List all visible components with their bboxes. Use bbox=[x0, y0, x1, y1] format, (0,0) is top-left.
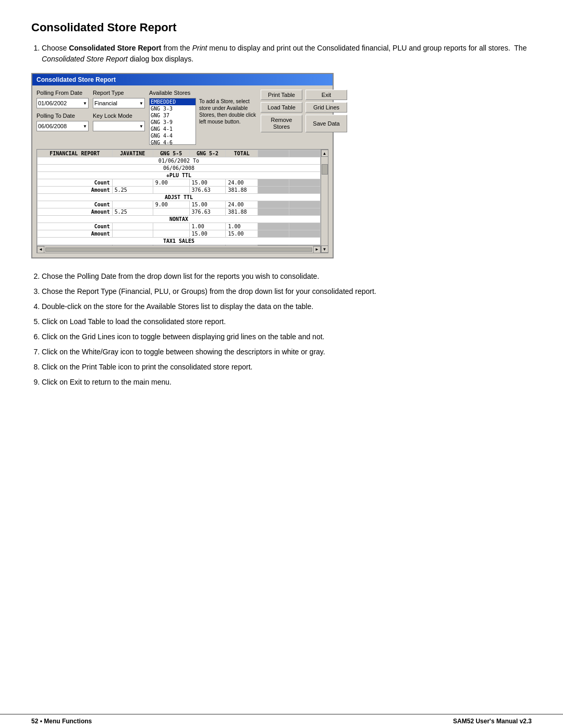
action-buttons: Print Table Exit Load Table Grid Lines R… bbox=[261, 90, 347, 132]
dialog-title: Consolidated Store Report bbox=[36, 76, 116, 83]
scrollbar-up-arrow-icon[interactable]: ▲ bbox=[321, 150, 328, 157]
col-header-report: FINANCIAL REPORT bbox=[38, 150, 113, 157]
table-row: Amount 5.25 376.63 381.88 bbox=[38, 208, 321, 216]
store-item-gng37[interactable]: GNG 37 bbox=[150, 112, 195, 119]
polling-to-value: 06/06/2008 bbox=[38, 123, 67, 129]
page-footer: 52 • Menu Functions SAM52 User's Manual … bbox=[0, 714, 563, 728]
key-lock-section: Key Lock Mode ▼ bbox=[93, 113, 145, 131]
store-item-gng46[interactable]: GNG 4-6 bbox=[150, 139, 195, 145]
table-row: Amount 5.25 376.63 381.88 bbox=[38, 187, 321, 194]
store-item-gng33[interactable]: GNG 3-3 bbox=[150, 105, 195, 112]
table-row: TAX1 SALES bbox=[38, 238, 321, 245]
dialog-titlebar: Consolidated Store Report bbox=[32, 74, 333, 85]
key-lock-dropdown[interactable]: ▼ bbox=[93, 121, 145, 131]
grid-lines-button[interactable]: Grid Lines bbox=[305, 102, 347, 113]
table-row: Count 1.00 1.00 bbox=[38, 223, 321, 230]
intro-bold: Consolidated Store Report bbox=[69, 44, 161, 52]
report-type-label: Report Type bbox=[93, 90, 145, 96]
footer-left: 52 • Menu Functions bbox=[31, 718, 92, 725]
polling-to-dropdown[interactable]: 06/06/2008 ▼ bbox=[36, 121, 89, 131]
polling-from-label: Polling From Date bbox=[36, 90, 89, 96]
intro-italic2: Consolidated Store Report bbox=[42, 55, 128, 63]
step-7: Click on the White/Gray icon to toggle b… bbox=[42, 347, 532, 357]
step-2: Chose the Polling Date from the drop dow… bbox=[42, 271, 532, 282]
store-item-gng39[interactable]: GNG 3-9 bbox=[150, 119, 195, 126]
store-item-gng41[interactable]: GNG 4-1 bbox=[150, 126, 195, 132]
report-table: FINANCIAL REPORT JAVATINE GNG 5-5 GNG 5-… bbox=[37, 150, 321, 253]
report-type-dropdown[interactable]: Financial ▼ bbox=[93, 98, 145, 108]
report-type-arrow-icon: ▼ bbox=[139, 101, 143, 106]
consolidated-store-report-dialog: Consolidated Store Report Polling From D… bbox=[31, 73, 334, 258]
polling-from-section: Polling From Date 01/06/2002 ▼ bbox=[36, 90, 89, 108]
page-title: Consolidated Store Report bbox=[31, 21, 532, 34]
col-gray2 bbox=[289, 150, 321, 157]
scrollbar-right-arrow-icon[interactable]: ► bbox=[313, 246, 321, 253]
table-row: Amount 15.00 15.00 bbox=[38, 230, 321, 238]
available-stores-section: Available Stores EMBEDDED GNG 3-3 GNG 37… bbox=[149, 90, 256, 145]
exit-button[interactable]: Exit bbox=[305, 90, 347, 100]
table-row: 06/06/2008 bbox=[38, 165, 321, 172]
scrollbar-thumb[interactable] bbox=[322, 164, 328, 175]
footer-right: SAM52 User's Manual v2.3 bbox=[453, 718, 532, 725]
col-header-total: TOTAL bbox=[226, 150, 258, 157]
stores-hint: To add a Store, select store under Avail… bbox=[199, 98, 256, 145]
intro-italic: Print bbox=[192, 44, 207, 52]
key-lock-arrow-icon: ▼ bbox=[139, 124, 143, 129]
polling-to-arrow-icon: ▼ bbox=[83, 124, 87, 129]
scrollbar-left-arrow-icon[interactable]: ◄ bbox=[37, 246, 44, 253]
col-header-javatine: JAVATINE bbox=[112, 150, 153, 157]
step-3: Chose the Report Type (Financial, PLU, o… bbox=[42, 286, 532, 297]
table-row: NONTAX bbox=[38, 216, 321, 223]
report-type-section: Report Type Financial ▼ bbox=[93, 90, 145, 108]
step-5: Click on Load Table to load the consolid… bbox=[42, 316, 532, 327]
available-stores-label: Available Stores bbox=[149, 90, 256, 96]
table-scrollbar-horizontal[interactable]: ◄ ► bbox=[37, 245, 321, 253]
print-table-button[interactable]: Print Table bbox=[261, 90, 302, 100]
store-item-gng44[interactable]: GNG 4-4 bbox=[150, 132, 195, 139]
polling-to-section: Polling To Date 06/06/2008 ▼ bbox=[36, 113, 89, 131]
polling-from-arrow-icon: ▼ bbox=[83, 101, 87, 106]
remove-stores-button[interactable]: Remove Stores bbox=[261, 115, 302, 132]
table-row: ADJST TTL bbox=[38, 194, 321, 201]
store-item-embedded[interactable]: EMBEDDED bbox=[150, 98, 195, 105]
steps-list: Chose the Polling Date from the drop dow… bbox=[42, 271, 532, 388]
table-row: Count 9.00 15.00 24.00 bbox=[38, 201, 321, 208]
scrollbar-horizontal-thumb[interactable] bbox=[45, 248, 312, 252]
report-type-value: Financial bbox=[94, 100, 117, 106]
polling-from-dropdown[interactable]: 01/06/2002 ▼ bbox=[36, 98, 89, 108]
load-table-button[interactable]: Load Table bbox=[261, 102, 302, 113]
polling-to-label: Polling To Date bbox=[36, 113, 89, 119]
save-data-button[interactable]: Save Data bbox=[305, 115, 347, 132]
col-header-gng55: GNG 5-5 bbox=[153, 150, 189, 157]
col-gray1 bbox=[258, 150, 289, 157]
step-4: Double-click on the store for the Availa… bbox=[42, 301, 532, 312]
table-row: 01/06/2002 To bbox=[38, 157, 321, 165]
table-row: +PLU TTL bbox=[38, 172, 321, 179]
table-row: Count 9.00 15.00 24.00 bbox=[38, 179, 321, 187]
polling-from-value: 01/06/2002 bbox=[38, 100, 67, 106]
stores-list[interactable]: EMBEDDED GNG 3-3 GNG 37 GNG 3-9 GNG 4-1 … bbox=[149, 98, 196, 145]
key-lock-label: Key Lock Mode bbox=[93, 113, 145, 119]
step-6: Click on the Grid Lines icon to toggle b… bbox=[42, 331, 532, 342]
scrollbar-down-arrow-icon[interactable]: ▼ bbox=[321, 245, 328, 253]
intro-paragraph: Choose Consolidated Store Report from th… bbox=[42, 43, 532, 65]
table-header-row: FINANCIAL REPORT JAVATINE GNG 5-5 GNG 5-… bbox=[38, 150, 321, 157]
table-scrollbar-vertical[interactable]: ▲ ▼ bbox=[321, 150, 328, 253]
step-9: Click on Exit to return to the main menu… bbox=[42, 377, 532, 388]
step-8: Click on the Print Table icon to print t… bbox=[42, 362, 532, 373]
report-table-wrapper: FINANCIAL REPORT JAVATINE GNG 5-5 GNG 5-… bbox=[36, 149, 328, 253]
col-header-gng52: GNG 5-2 bbox=[189, 150, 226, 157]
